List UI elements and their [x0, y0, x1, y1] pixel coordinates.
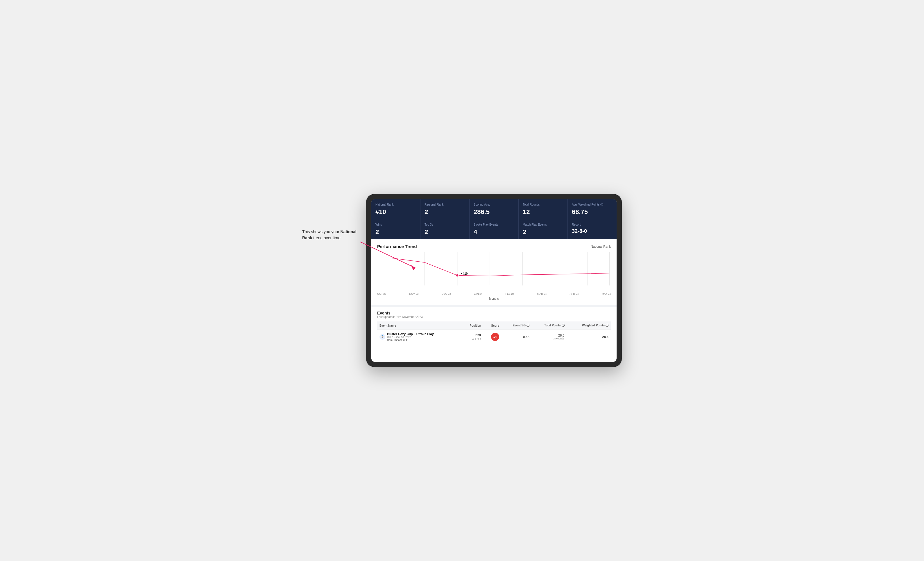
stat-match-play: Match Play Events 2: [519, 219, 567, 239]
stat-regional-rank: Regional Rank 2: [420, 199, 469, 219]
annotation-text-before: This shows you your: [302, 229, 340, 234]
events-table-body: 🏌 Buster Cozy Cup – Stroke Play Oct 9 – …: [377, 330, 611, 344]
stat-top3s: Top 3s 2: [420, 219, 469, 239]
stats-row-2: Wins 2 Top 3s 2 Stroke Play Events 4 Mat…: [371, 219, 616, 239]
event-date: Oct 9 – Oct 10, 2023: [387, 336, 434, 338]
rank-impact-text: Rank Impact: 3 ▼: [387, 338, 408, 341]
stat-scoring-avg-value: 286.5: [474, 208, 514, 216]
stat-match-play-label: Match Play Events: [523, 223, 563, 226]
svg-text:• #10: • #10: [461, 272, 468, 275]
events-title: Events: [377, 311, 611, 315]
stat-top3s-label: Top 3s: [424, 223, 465, 226]
score-badge: -22: [491, 333, 499, 341]
chart-label-feb24: FEB 24: [505, 292, 514, 295]
chart-svg: • #10: [377, 252, 611, 290]
stat-regional-rank-value: 2: [424, 208, 465, 216]
performance-title: Performance Trend: [377, 244, 417, 249]
stat-record: Record 32-8-0: [568, 219, 616, 239]
event-position-cell: 6th out of 7: [460, 330, 483, 344]
event-sg-cell: 0.45: [501, 330, 532, 344]
events-section: Events Last updated: 24th November 2023 …: [371, 305, 616, 348]
col-total-points: Total Points ⓘ: [532, 322, 567, 330]
stat-total-rounds-value: 12: [523, 208, 563, 216]
stat-wins-value: 2: [375, 228, 416, 236]
chart-x-axis-title: Months: [377, 297, 611, 300]
stat-match-play-value: 2: [523, 228, 563, 236]
stat-wins: Wins 2: [371, 219, 420, 239]
annotation-text-after: trend over time: [312, 235, 340, 240]
weighted-points-cell: 28.3: [567, 330, 611, 344]
event-icon: 🏌: [380, 334, 385, 340]
chart-label-dec23: DEC 23: [442, 292, 451, 295]
events-table-header: Event Name Position Score Event SG ⓘ Tot…: [377, 322, 611, 330]
chart-label-jan24: JAN 24: [474, 292, 483, 295]
stat-national-rank-value: #10: [375, 208, 416, 216]
chart-label-mar24: MAR 24: [537, 292, 547, 295]
chart-label-nov23: NOV 23: [410, 292, 419, 295]
stat-record-label: Record: [572, 223, 612, 226]
stat-avg-weighted-points-label: Avg. Weighted Points ⓘ: [572, 203, 612, 206]
stat-wins-label: Wins: [375, 223, 416, 226]
col-weighted-points: Weighted Points ⓘ: [567, 322, 611, 330]
svg-point-10: [456, 274, 459, 277]
tablet-frame: National Rank #10 Regional Rank 2 Scorin…: [366, 194, 622, 367]
chart-label-may24: MAY 24: [602, 292, 611, 295]
position-cell: 6th out of 7: [463, 333, 481, 341]
events-table: Event Name Position Score Event SG ⓘ Tot…: [377, 322, 611, 344]
tablet-screen: National Rank #10 Regional Rank 2 Scorin…: [371, 199, 616, 362]
total-points-cell: 28.3 3 Rounds: [532, 330, 567, 344]
weighted-points-value: 28.3: [602, 335, 609, 338]
events-table-header-row: Event Name Position Score Event SG ⓘ Tot…: [377, 322, 611, 330]
stat-record-value: 32-8-0: [572, 228, 612, 234]
event-rank-impact: Rank Impact: 3 ▼: [387, 338, 434, 341]
col-event-sg: Event SG ⓘ: [501, 322, 532, 330]
stat-stroke-play: Stroke Play Events 4: [470, 219, 518, 239]
stat-stroke-play-value: 4: [474, 228, 514, 236]
position-main: 6th: [463, 333, 481, 338]
chart-label-oct23: OCT 23: [377, 292, 386, 295]
stat-national-rank-label: National Rank: [375, 203, 416, 206]
stat-top3s-value: 2: [424, 228, 465, 236]
stat-avg-weighted-points-value: 68.75: [572, 208, 612, 216]
col-score: Score: [483, 322, 501, 330]
event-details: Buster Cozy Cup – Stroke Play Oct 9 – Oc…: [387, 332, 434, 341]
stat-total-rounds: Total Rounds 12: [519, 199, 567, 219]
event-main-name: Buster Cozy Cup – Stroke Play: [387, 332, 434, 336]
stat-scoring-avg: Scoring Avg. 286.5: [470, 199, 518, 219]
stat-national-rank: National Rank #10: [371, 199, 420, 219]
event-score-cell: -22: [483, 330, 501, 344]
stats-row-1: National Rank #10 Regional Rank 2 Scorin…: [371, 199, 616, 219]
chart-x-labels: OCT 23 NOV 23 DEC 23 JAN 24 FEB 24 MAR 2…: [377, 291, 611, 296]
performance-label: National Rank: [591, 245, 611, 248]
events-last-updated: Last updated: 24th November 2023: [377, 315, 611, 319]
table-row: 🏌 Buster Cozy Cup – Stroke Play Oct 9 – …: [377, 330, 611, 344]
performance-header: Performance Trend National Rank: [377, 244, 611, 249]
stat-scoring-avg-label: Scoring Avg.: [474, 203, 514, 206]
performance-section: Performance Trend National Rank: [371, 239, 616, 305]
stat-regional-rank-label: Regional Rank: [424, 203, 465, 206]
total-points-value: 28.3: [534, 334, 565, 337]
event-name-cell: 🏌 Buster Cozy Cup – Stroke Play Oct 9 – …: [377, 330, 460, 344]
event-name-wrapper: 🏌 Buster Cozy Cup – Stroke Play Oct 9 – …: [380, 332, 458, 341]
stat-avg-weighted-points: Avg. Weighted Points ⓘ 68.75: [568, 199, 616, 219]
total-rounds-value: 3 Rounds: [534, 337, 565, 340]
outer-wrapper: This shows you your National Rank trend …: [302, 194, 622, 367]
chart-area: • #10: [377, 252, 611, 290]
position-sub: out of 7: [463, 338, 481, 341]
chart-label-apr24: APR 24: [570, 292, 579, 295]
stat-stroke-play-label: Stroke Play Events: [474, 223, 514, 226]
stat-total-rounds-label: Total Rounds: [523, 203, 563, 206]
col-event-name: Event Name: [377, 322, 460, 330]
col-position: Position: [460, 322, 483, 330]
annotation: This shows you your National Rank trend …: [302, 229, 360, 241]
